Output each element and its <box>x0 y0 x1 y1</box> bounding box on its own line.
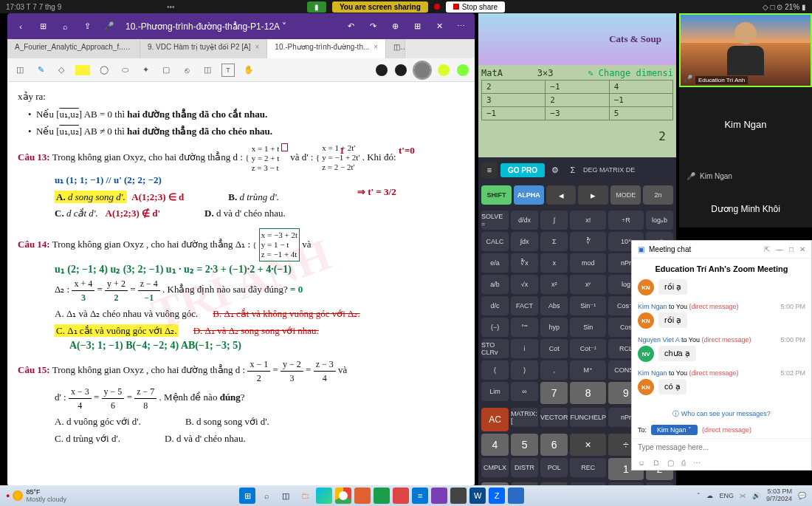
calc-key[interactable]: d/c <box>481 296 509 315</box>
windows-taskbar[interactable]: ● 85°FMostly cloudy ⊞ ⌕ ◫ 🗀 ≡ W Z ˄ ☁ EN… <box>0 485 812 506</box>
back-icon[interactable]: ‹ <box>15 21 27 33</box>
calc-key[interactable]: ∫dx <box>511 232 538 251</box>
split-icon[interactable]: ◫ <box>386 39 405 58</box>
color-dark[interactable] <box>395 64 407 76</box>
calc-key[interactable]: ∫ <box>540 211 568 230</box>
shift-key[interactable]: SHIFT <box>481 185 512 205</box>
text-icon[interactable]: T <box>221 64 235 77</box>
calc-key[interactable]: mod <box>570 253 606 273</box>
undo-icon[interactable]: ↶ <box>345 21 357 33</box>
ruler-icon[interactable]: ◫ <box>201 64 214 77</box>
calc-key[interactable]: ( <box>481 360 509 380</box>
calc-key[interactable]: Sin <box>570 318 606 337</box>
calc-key[interactable]: M⁺ <box>570 360 606 380</box>
popout-icon[interactable]: ⇱ <box>764 245 770 253</box>
calc-key[interactable]: i <box>511 339 538 358</box>
format-icon[interactable]: ▢ <box>667 459 674 467</box>
calc-key[interactable]: SOLVE = <box>481 211 509 230</box>
calc-key[interactable]: VECTOR <box>540 408 568 427</box>
screenshot-icon[interactable]: ⎙ <box>681 459 686 467</box>
bookmark-icon[interactable]: ⊕ <box>389 21 401 33</box>
go-pro-button[interactable]: GO PRO <box>500 163 545 177</box>
calc-key[interactable]: x <box>540 253 568 273</box>
to-chip[interactable]: Kim Ngan ˅ <box>651 425 698 435</box>
calc-key[interactable]: e/a <box>481 253 509 273</box>
tab-fourier[interactable]: A_Fourier_Analytic_Approach_f... <box>7 39 140 58</box>
calc-key[interactable]: 8 <box>570 382 606 404</box>
calc-key[interactable]: , <box>540 360 568 380</box>
search-button[interactable]: ⌕ <box>258 488 275 504</box>
calc-key[interactable]: ÷R <box>608 211 644 230</box>
share-icon[interactable]: ⇪ <box>81 21 93 33</box>
highlighter-icon[interactable] <box>75 65 90 75</box>
start-button[interactable]: ⊞ <box>239 488 255 504</box>
calc-key[interactable]: ∛ <box>570 232 606 251</box>
document-canvas[interactable]: TRÍ ANH xảy ra: • Nếu [u₁,u₂] AB = 0 thì… <box>7 82 475 486</box>
calc-key[interactable]: 5 <box>511 434 538 456</box>
calc-key[interactable]: Abs <box>540 296 568 315</box>
calc-key[interactable]: REC <box>570 458 606 477</box>
menu-icon[interactable]: ≡ <box>481 162 498 178</box>
lasso2-icon[interactable]: ⬭ <box>118 64 131 77</box>
sigma-icon[interactable]: Σ <box>565 165 580 174</box>
zalo-icon[interactable]: Z <box>489 488 505 504</box>
more-chat-icon[interactable]: ⋯ <box>693 459 701 467</box>
lasso-icon[interactable]: ◫ <box>13 64 27 77</box>
calc-key[interactable]: Cot⁻¹ <box>570 339 606 358</box>
calc-key[interactable]: Sin⁻¹ <box>570 296 606 315</box>
onedrive-icon[interactable]: ☁ <box>706 492 713 499</box>
calc-key[interactable]: d/dx <box>511 211 538 230</box>
pdf-icon[interactable] <box>393 488 409 504</box>
calc-key[interactable]: logₐb <box>646 211 673 230</box>
chrome-icon[interactable] <box>335 488 351 504</box>
minimize-icon[interactable]: — <box>776 245 783 253</box>
eraser-icon[interactable]: ◇ <box>55 64 68 77</box>
more-dots[interactable]: ••• <box>167 3 175 11</box>
more-icon[interactable]: ⋯ <box>455 21 467 33</box>
calc-key[interactable]: AC <box>481 408 509 431</box>
calc-key[interactable]: ∛x <box>511 253 538 273</box>
calc-modes[interactable]: DEG MATRIX DE <box>583 166 635 174</box>
terminal-icon[interactable] <box>450 488 467 504</box>
color-gray-selected[interactable] <box>414 62 430 78</box>
change-dim-link[interactable]: ✎ Change dimensi <box>588 68 673 78</box>
vs-icon[interactable] <box>431 488 447 504</box>
close-chat-icon[interactable]: ✕ <box>799 245 805 253</box>
vscode-icon[interactable]: ≡ <box>412 488 428 504</box>
calc-key[interactable]: xʸ <box>570 275 606 294</box>
wifi-icon[interactable]: ⩙ <box>740 492 746 499</box>
calc-key[interactable]: hyp <box>540 318 568 337</box>
star-icon[interactable]: ✦ <box>139 64 152 77</box>
chat-messages[interactable]: KNrồi ạ Kim Ngan to You (direct message)… <box>632 279 811 406</box>
link-icon[interactable]: ⎋ <box>180 64 193 77</box>
calc-key[interactable]: CALC <box>481 232 509 251</box>
calc-key[interactable]: ) <box>511 360 538 380</box>
ppt-icon[interactable] <box>354 488 371 504</box>
calc-key[interactable]: 7 <box>540 382 568 404</box>
calc-key[interactable]: x! <box>570 211 606 230</box>
calc-key[interactable]: ∞ <box>511 382 538 401</box>
system-tray[interactable]: ˄ ☁ ENG ⩙ 🔊 5:03 PM9/7/2024 💬 <box>697 488 806 503</box>
calc-key[interactable]: FUNCHELP <box>570 408 606 427</box>
2nd-key[interactable]: 2n <box>643 185 673 205</box>
redo-icon[interactable]: ↷ <box>367 21 379 33</box>
notifications-icon[interactable]: 💬 <box>798 492 806 499</box>
calc-key[interactable]: √x <box>511 275 538 294</box>
shape-icon[interactable]: ◯ <box>97 64 111 77</box>
video-participant-2[interactable]: Kim Ngan <box>679 87 812 161</box>
calc-key[interactable]: 6 <box>540 434 568 456</box>
explorer-icon[interactable]: 🗀 <box>297 488 313 504</box>
pen-icon[interactable]: ✎ <box>34 64 47 77</box>
doc-title[interactable]: 10.-Phương-trình-đường-thẳng-P1-12A ˅ <box>125 21 286 32</box>
lang-indicator[interactable]: ENG <box>719 492 734 499</box>
left-key[interactable]: ◂ <box>546 185 577 205</box>
close-icon[interactable]: ✕ <box>433 21 445 33</box>
calc-key[interactable]: 4 <box>481 434 509 456</box>
maximize-icon[interactable]: □ <box>789 245 794 253</box>
video-speaker[interactable]: 🎤 Education Trí Anh <box>679 13 812 87</box>
calc-key[interactable]: DISTR <box>511 458 538 477</box>
mic-icon[interactable]: 🎤 <box>103 21 115 33</box>
calc-key[interactable]: °'" <box>511 318 538 337</box>
zoom-icon[interactable] <box>508 488 524 504</box>
tab-phuongtrinh[interactable]: 10.-Phương-trình-đường-th... <box>267 39 386 58</box>
